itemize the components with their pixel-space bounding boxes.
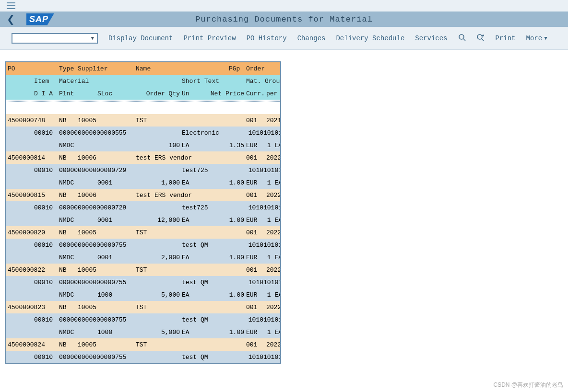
col-order-date: Order Date	[245, 65, 265, 72]
page-title: Purchasing Documents for Material	[0, 15, 568, 24]
spacer	[6, 102, 280, 114]
col-order-qty: Order Qty	[135, 90, 181, 97]
col-type-supplier: Type Supplier	[58, 65, 135, 72]
table-row[interactable]: 4500000820NB 100057TST0012022.02.21	[6, 226, 280, 239]
table-row[interactable]: NMDC10005,000EA1.00EUR1 EA	[6, 288, 280, 301]
display-document-button[interactable]: Display Document	[108, 35, 173, 42]
alv-grid[interactable]: PO Type Supplier Name PGp Order Date Ite…	[5, 61, 281, 364]
sap-logo: SAP	[26, 13, 54, 25]
more-label: More	[526, 35, 543, 42]
col-plnt: Plnt	[58, 90, 96, 97]
table-row[interactable]: 00010000000000000000729test725101010101	[6, 164, 280, 176]
table-row[interactable]: 00010000000000000000555Electronic1010101…	[6, 127, 280, 139]
col-name: Name	[135, 65, 228, 72]
col-mat-group: Mat. Group	[245, 78, 281, 85]
table-row[interactable]: 00010000000000000000755test QM101010101	[6, 351, 280, 363]
col-item: Item	[33, 78, 58, 85]
svg-point-2	[477, 35, 482, 39]
col-net-price: Net Price	[204, 90, 245, 97]
more-button[interactable]: More ▼	[526, 35, 547, 42]
table-row[interactable]: 00010000000000000000755test QM101010101	[6, 276, 280, 288]
shell-header	[0, 0, 568, 12]
chevron-down-icon: ▼	[544, 35, 547, 41]
table-row[interactable]: 00010000000000000000755test QM101010101	[6, 313, 280, 326]
delivery-schedule-button[interactable]: Delivery Schedule	[336, 35, 404, 42]
col-po: PO	[7, 65, 33, 72]
col-per-un: per Un	[265, 90, 281, 97]
col-sloc: SLoc	[96, 90, 135, 97]
table-row[interactable]: 4500000822NB 100057TST0012022.02.23	[6, 264, 280, 276]
table-row[interactable]: NMDC100EA1.35EUR1 EA	[6, 139, 280, 151]
table-row[interactable]: 00010000000000000000729test725101010101	[6, 201, 280, 214]
menu-icon[interactable]	[7, 2, 15, 9]
layout-dropdown[interactable]: ▼	[12, 33, 98, 44]
col-short-text: Short Text	[181, 78, 245, 85]
content-area: PO Type Supplier Name PGp Order Date Ite…	[0, 50, 568, 364]
svg-point-0	[459, 35, 464, 39]
svg-line-3	[482, 39, 484, 41]
back-button[interactable]: ❮	[7, 13, 15, 25]
chevron-down-icon: ▼	[91, 35, 94, 41]
table-row[interactable]: NMDC10005,000EA1.00EUR1 EA	[6, 326, 280, 338]
col-material: Material	[58, 78, 181, 85]
table-row[interactable]: 4500000815NB 100065test ERS vendor001202…	[6, 189, 280, 201]
table-row[interactable]: 4500000748NB 100057TST0012021.11.12	[6, 114, 280, 127]
title-bar: ❮ SAP Purchasing Documents for Material	[0, 12, 568, 27]
print-button[interactable]: Print	[496, 35, 516, 42]
table-row[interactable]: NMDC00011,000EA1.00EUR1 EA	[6, 176, 280, 189]
col-un: Un	[181, 90, 204, 97]
header-row-2: Item Material Short Text Mat. Group	[6, 75, 280, 87]
search-icon[interactable]	[458, 34, 466, 43]
col-pgp: PGp	[228, 65, 245, 72]
print-preview-button[interactable]: Print Preview	[183, 35, 236, 42]
svg-line-1	[463, 39, 465, 41]
table-row[interactable]: NMDC000112,000EA1.00EUR1 EA	[6, 214, 280, 226]
changes-button[interactable]: Changes	[297, 35, 326, 42]
table-row[interactable]: 4500000823NB 100057TST0012022.02.23	[6, 301, 280, 313]
po-history-button[interactable]: PO History	[247, 35, 287, 42]
table-row[interactable]: 00010000000000000000755test QM101010101	[6, 239, 280, 251]
data-rows-container: 4500000748NB 100057TST0012021.11.1200010…	[6, 114, 280, 363]
col-curr: Curr.	[245, 90, 265, 97]
table-row[interactable]: NMDC00012,000EA1.00EUR1 EA	[6, 251, 280, 264]
header-row-1: PO Type Supplier Name PGp Order Date	[6, 62, 280, 75]
search-plus-icon[interactable]	[476, 34, 485, 43]
toolbar: ▼ Display Document Print Preview PO Hist…	[0, 27, 568, 50]
col-dia: D I A	[33, 90, 58, 97]
services-button[interactable]: Services	[415, 35, 447, 42]
table-row[interactable]: 4500000814NB 100065test ERS vendor001202…	[6, 151, 280, 164]
header-row-3: D I A Plnt SLoc Order Qty Un Net Price C…	[6, 87, 280, 100]
table-row[interactable]: 4500000824NB 100057TST0012022.02.24	[6, 338, 280, 351]
